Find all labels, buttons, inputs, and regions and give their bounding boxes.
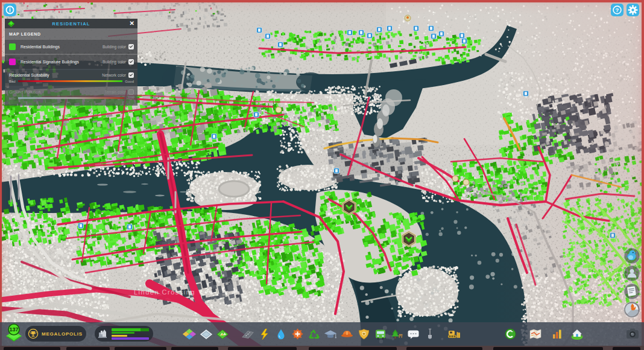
svg-text:Linden Crossing: Linden Crossing	[134, 288, 195, 296]
svg-text:137: 137	[9, 326, 18, 332]
svg-text:?: ?	[616, 7, 619, 13]
